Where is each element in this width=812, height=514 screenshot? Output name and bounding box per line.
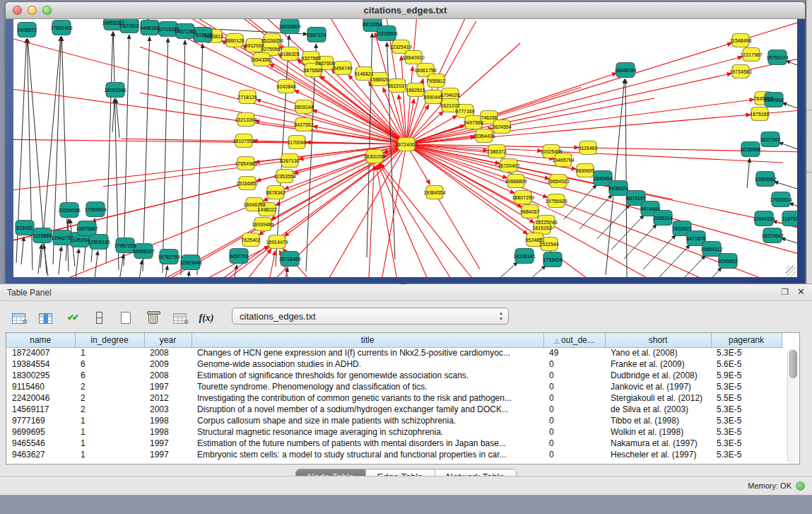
table-cell[interactable]: 2003 xyxy=(144,404,192,415)
show-columns-button[interactable] xyxy=(37,308,54,324)
table-cell[interactable]: 5.3E-5 xyxy=(711,404,782,415)
table-cell[interactable]: 1 xyxy=(75,438,144,449)
table-cell[interactable]: Dudbridge et al. (2008) xyxy=(605,370,711,381)
table-cell[interactable]: Corpus callosum shape and size in male p… xyxy=(192,415,543,426)
table-cell[interactable]: 49 xyxy=(543,347,605,358)
table-cell[interactable]: Wolkin et al. (1998) xyxy=(605,426,711,438)
table-cell[interactable]: 0 xyxy=(543,426,605,438)
table-cell[interactable]: 1 xyxy=(75,449,144,460)
table-cell[interactable]: 5.5E-5 xyxy=(711,392,782,404)
table-vertical-scrollbar[interactable] xyxy=(787,349,798,464)
table-cell[interactable]: Yano et al. (2008) xyxy=(605,347,711,358)
network-graph[interactable]: 1872400774638228860128891293425226058927… xyxy=(13,19,797,277)
table-cell[interactable]: Changes of HCN gene expression and I(f) … xyxy=(192,347,543,358)
delete-column-button[interactable] xyxy=(144,308,161,324)
function-builder-button[interactable]: f(x) xyxy=(198,308,215,324)
scrollbar-thumb[interactable] xyxy=(789,350,797,378)
table-cell[interactable]: 0 xyxy=(543,449,605,460)
table-cell[interactable]: 1 xyxy=(75,347,144,358)
table-cell[interactable]: 1998 xyxy=(144,415,192,426)
table-cell[interactable]: 0 xyxy=(543,358,605,370)
table-row[interactable]: 1456911722003Disruption of a novel membe… xyxy=(6,404,782,415)
node-table-body[interactable]: 1872400712008Changes of HCN gene express… xyxy=(6,347,782,460)
table-cell[interactable]: 14569117 xyxy=(6,404,75,415)
table-cell[interactable]: Genome-wide association studies in ADHD. xyxy=(192,358,543,370)
table-cell[interactable]: Franke et al. (2009) xyxy=(605,358,711,370)
table-row[interactable]: 1872400712008Changes of HCN gene express… xyxy=(6,347,782,358)
table-row[interactable]: 1830029562008Estimation of significance … xyxy=(6,370,782,381)
table-cell[interactable]: 6 xyxy=(75,370,144,381)
table-row[interactable]: 969969511998Structural magnetic resonanc… xyxy=(6,426,782,438)
table-cell[interactable]: 1 xyxy=(75,426,144,438)
table-options-button[interactable]: ⚙ xyxy=(10,308,27,324)
table-cell[interactable]: 5.3E-5 xyxy=(711,449,782,460)
table-cell[interactable]: 2012 xyxy=(144,392,192,404)
table-cell[interactable]: Disruption of a novel member of a sodium… xyxy=(192,404,543,415)
table-cell[interactable]: 18724007 xyxy=(6,347,75,358)
table-cell[interactable]: Investigating the contribution of common… xyxy=(192,392,543,404)
table-cell[interactable]: Estimation of significance thresholds fo… xyxy=(192,370,543,381)
table-cell[interactable]: Stergiakouli et al. (2012) xyxy=(605,392,711,404)
select-all-button[interactable]: ✔✔ xyxy=(64,308,81,324)
table-cell[interactable]: 0 xyxy=(543,381,605,392)
table-selector-dropdown[interactable]: citations_edges.txt ▲▼ xyxy=(232,308,509,325)
window-resize-grip[interactable] xyxy=(786,266,796,276)
network-window-titlebar[interactable]: citations_edges.txt xyxy=(6,2,805,19)
column-header-year[interactable]: year xyxy=(144,333,192,347)
table-cell[interactable]: 5.3E-5 xyxy=(711,426,782,438)
table-cell[interactable]: 0 xyxy=(543,392,605,404)
table-cell[interactable]: Structural magnetic resonance image aver… xyxy=(192,426,543,438)
table-row[interactable]: 977716911998Corpus callosum shape and si… xyxy=(6,415,782,426)
table-cell[interactable]: 5.6E-5 xyxy=(711,358,782,370)
table-cell[interactable]: de Silva et al. (2003) xyxy=(605,404,711,415)
node-table-header[interactable]: namein_degreeyeartitle△out_de...shortpag… xyxy=(6,333,782,347)
table-cell[interactable]: 5.3E-5 xyxy=(711,438,782,449)
column-header-in-degree[interactable]: in_degree xyxy=(75,333,144,347)
table-cell[interactable]: Nakamura et al. (1997) xyxy=(605,438,711,449)
table-cell[interactable]: 5.9E-5 xyxy=(711,370,782,381)
table-cell[interactable]: 1997 xyxy=(144,438,192,449)
close-window-button[interactable] xyxy=(13,6,22,15)
table-cell[interactable]: 5.3E-5 xyxy=(711,381,782,392)
table-cell[interactable]: 6 xyxy=(75,358,144,370)
table-cell[interactable]: 9115460 xyxy=(6,381,75,392)
table-cell[interactable]: 2008 xyxy=(144,347,192,358)
column-header-pagerank[interactable]: pagerank xyxy=(711,333,782,347)
table-cell[interactable]: 5.3E-5 xyxy=(711,347,782,358)
row-options-button[interactable] xyxy=(90,308,107,324)
table-cell[interactable]: 1 xyxy=(75,415,144,426)
table-cell[interactable]: 19384554 xyxy=(6,358,75,370)
table-cell[interactable]: 0 xyxy=(543,438,605,449)
table-cell[interactable]: Jankovic et al. (1997) xyxy=(605,381,711,392)
table-cell[interactable]: Hescheler et al. (1997) xyxy=(605,449,711,460)
table-cell[interactable]: 0 xyxy=(543,415,605,426)
table-cell[interactable]: Estimation of the future numbers of pati… xyxy=(192,438,543,449)
column-header-name[interactable]: name xyxy=(6,333,75,347)
table-cell[interactable]: 9465546 xyxy=(6,438,75,449)
table-cell[interactable]: 2 xyxy=(75,392,144,404)
close-panel-icon[interactable]: ✕ xyxy=(797,287,805,297)
table-cell[interactable]: 2008 xyxy=(144,370,192,381)
table-row[interactable]: 946554611997Estimation of the future num… xyxy=(6,438,782,449)
table-cell[interactable]: 1997 xyxy=(144,381,192,392)
table-row[interactable]: 911546021997Tourette syndrome. Phenomeno… xyxy=(6,381,782,392)
table-cell[interactable]: 5.3E-5 xyxy=(711,415,782,426)
column-header-title[interactable]: title xyxy=(192,333,543,347)
network-canvas[interactable]: 1872400774638228860128891293425226058927… xyxy=(13,19,797,277)
table-cell[interactable]: 2 xyxy=(75,381,144,392)
table-cell[interactable]: Tibbo et al. (1998) xyxy=(605,415,711,426)
table-cell[interactable]: Embryonic stem cells: a model to study s… xyxy=(192,449,543,460)
table-cell[interactable]: 0 xyxy=(543,404,605,415)
column-header-out-de-[interactable]: △out_de... xyxy=(543,333,605,347)
table-row[interactable]: 946362711997Embryonic stem cells: a mode… xyxy=(6,449,782,460)
table-cell[interactable]: 0 xyxy=(543,370,605,381)
table-cell[interactable]: Tourette syndrome. Phenomenology and cla… xyxy=(192,381,543,392)
table-cell[interactable]: 18300295 xyxy=(6,370,75,381)
minimize-window-button[interactable] xyxy=(28,6,37,15)
table-cell[interactable]: 9777169 xyxy=(6,415,75,426)
table-cell[interactable]: 2 xyxy=(75,404,144,415)
float-panel-icon[interactable]: ❐ xyxy=(781,287,789,297)
table-cell[interactable]: 9699695 xyxy=(6,426,75,438)
column-header-short[interactable]: short xyxy=(605,333,711,347)
table-cell[interactable]: 1997 xyxy=(144,449,192,460)
